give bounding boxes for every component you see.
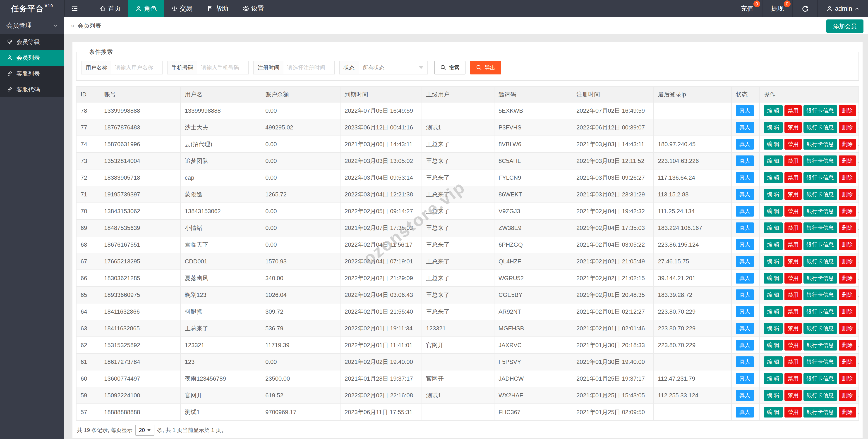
status-badge[interactable]: 真人 <box>736 105 754 116</box>
disable-button[interactable]: 禁用 <box>784 172 802 183</box>
nav-tab-role[interactable]: 角色 <box>128 0 164 17</box>
sidebar-item-service-code[interactable]: 客服代码 <box>0 82 64 97</box>
delete-button[interactable]: 删除 <box>839 356 856 367</box>
edit-button[interactable]: 编 辑 <box>764 356 783 367</box>
sidebar-group-member-management[interactable]: 会员管理 <box>0 17 64 34</box>
more-actions[interactable]: ... <box>858 308 859 315</box>
disable-button[interactable]: 禁用 <box>784 256 802 267</box>
sidebar-item-service-list[interactable]: 客服列表 <box>0 66 64 82</box>
status-badge[interactable]: 真人 <box>736 239 754 250</box>
bankcard-info-button[interactable]: 银行卡信息 <box>804 105 837 116</box>
bankcard-info-button[interactable]: 银行卡信息 <box>804 189 837 200</box>
disable-button[interactable]: 禁用 <box>784 222 802 233</box>
edit-button[interactable]: 编 辑 <box>764 206 783 217</box>
status-badge[interactable]: 真人 <box>736 189 754 200</box>
edit-button[interactable]: 编 辑 <box>764 122 783 133</box>
bankcard-info-button[interactable]: 银行卡信息 <box>804 122 837 133</box>
more-actions[interactable]: ... <box>858 258 859 264</box>
more-actions[interactable]: ... <box>858 191 859 197</box>
edit-button[interactable]: 编 辑 <box>764 273 783 284</box>
disable-button[interactable]: 禁用 <box>784 306 802 317</box>
export-button[interactable]: 导出 <box>470 61 501 74</box>
disable-button[interactable]: 禁用 <box>784 289 802 300</box>
more-actions[interactable]: ... <box>858 375 859 381</box>
bankcard-info-button[interactable]: 银行卡信息 <box>804 172 837 183</box>
edit-button[interactable]: 编 辑 <box>764 306 783 317</box>
disable-button[interactable]: 禁用 <box>784 239 802 250</box>
edit-button[interactable]: 编 辑 <box>764 155 783 166</box>
status-badge[interactable]: 真人 <box>736 390 754 401</box>
more-actions[interactable]: ... <box>858 275 859 281</box>
more-actions[interactable]: ... <box>858 409 859 415</box>
status-badge[interactable]: 真人 <box>736 306 754 317</box>
status-badge[interactable]: 真人 <box>736 172 754 183</box>
bankcard-info-button[interactable]: 银行卡信息 <box>804 373 837 384</box>
delete-button[interactable]: 删除 <box>839 390 856 401</box>
edit-button[interactable]: 编 辑 <box>764 256 783 267</box>
delete-button[interactable]: 删除 <box>839 306 856 317</box>
delete-button[interactable]: 删除 <box>839 239 856 250</box>
bankcard-info-button[interactable]: 银行卡信息 <box>804 340 837 350</box>
sidebar-item-member-list[interactable]: 会员列表 <box>0 50 64 66</box>
delete-button[interactable]: 删除 <box>839 105 856 116</box>
more-actions[interactable]: ... <box>858 208 859 214</box>
more-actions[interactable]: ... <box>858 325 859 331</box>
more-actions[interactable]: ... <box>858 292 859 298</box>
status-badge[interactable]: 真人 <box>736 356 754 367</box>
nav-tab-home[interactable]: 首页 <box>92 0 128 17</box>
disable-button[interactable]: 禁用 <box>784 105 802 116</box>
edit-button[interactable]: 编 辑 <box>764 289 783 300</box>
bankcard-info-button[interactable]: 银行卡信息 <box>804 155 837 166</box>
username-input[interactable] <box>112 61 162 74</box>
delete-button[interactable]: 删除 <box>839 139 856 150</box>
status-badge[interactable]: 真人 <box>736 206 754 217</box>
delete-button[interactable]: 删除 <box>839 340 856 350</box>
status-badge[interactable]: 真人 <box>736 340 754 350</box>
sidebar-collapse-button[interactable] <box>64 0 85 17</box>
recharge-button[interactable]: 充值 0 <box>732 0 762 17</box>
withdraw-button[interactable]: 提现 0 <box>762 0 793 17</box>
status-badge[interactable]: 真人 <box>736 373 754 384</box>
bankcard-info-button[interactable]: 银行卡信息 <box>804 407 837 417</box>
disable-button[interactable]: 禁用 <box>784 155 802 166</box>
register-time-input[interactable] <box>283 61 334 74</box>
page-size-select[interactable]: 20 <box>135 425 154 436</box>
bankcard-info-button[interactable]: 银行卡信息 <box>804 306 837 317</box>
more-actions[interactable]: ... <box>858 392 859 398</box>
phone-input[interactable] <box>197 61 248 74</box>
more-actions[interactable]: ... <box>858 359 859 365</box>
bankcard-info-button[interactable]: 银行卡信息 <box>804 323 837 334</box>
bankcard-info-button[interactable]: 银行卡信息 <box>804 356 837 367</box>
disable-button[interactable]: 禁用 <box>784 122 802 133</box>
edit-button[interactable]: 编 辑 <box>764 373 783 384</box>
more-actions[interactable]: ... <box>858 107 859 114</box>
more-actions[interactable]: ... <box>858 124 859 130</box>
nav-tab-trade[interactable]: 交易 <box>164 0 200 17</box>
status-badge[interactable]: 真人 <box>736 122 754 133</box>
more-actions[interactable]: ... <box>858 225 859 231</box>
edit-button[interactable]: 编 辑 <box>764 323 783 334</box>
edit-button[interactable]: 编 辑 <box>764 139 783 150</box>
delete-button[interactable]: 删除 <box>839 273 856 284</box>
disable-button[interactable]: 禁用 <box>784 189 802 200</box>
disable-button[interactable]: 禁用 <box>784 206 802 217</box>
status-badge[interactable]: 真人 <box>736 256 754 267</box>
more-actions[interactable]: ... <box>858 242 859 248</box>
refresh-button[interactable] <box>793 0 817 17</box>
delete-button[interactable]: 删除 <box>839 289 856 300</box>
delete-button[interactable]: 删除 <box>839 373 856 384</box>
status-badge[interactable]: 真人 <box>736 407 754 417</box>
delete-button[interactable]: 删除 <box>839 155 856 166</box>
delete-button[interactable]: 删除 <box>839 256 856 267</box>
edit-button[interactable]: 编 辑 <box>764 390 783 401</box>
nav-tab-help[interactable]: 帮助 <box>200 0 236 17</box>
delete-button[interactable]: 删除 <box>839 122 856 133</box>
disable-button[interactable]: 禁用 <box>784 373 802 384</box>
delete-button[interactable]: 删除 <box>839 172 856 183</box>
bankcard-info-button[interactable]: 银行卡信息 <box>804 273 837 284</box>
edit-button[interactable]: 编 辑 <box>764 340 783 350</box>
edit-button[interactable]: 编 辑 <box>764 105 783 116</box>
status-select[interactable]: 状态 所有状态 <box>339 61 428 74</box>
edit-button[interactable]: 编 辑 <box>764 172 783 183</box>
nav-tab-settings[interactable]: 设置 <box>236 0 271 17</box>
